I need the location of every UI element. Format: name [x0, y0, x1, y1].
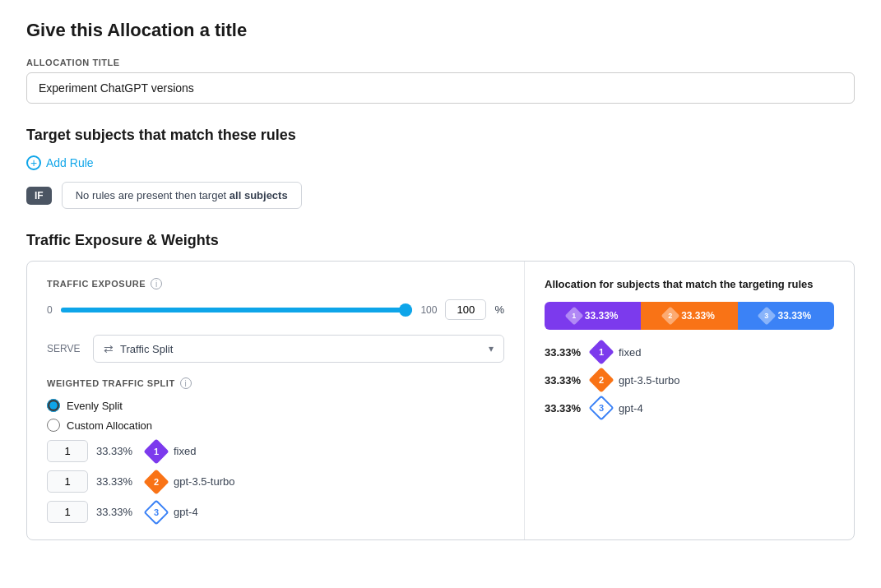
bar-id-2: 2 — [669, 312, 673, 320]
split-icon: ⇄ — [104, 342, 114, 355]
traffic-title: Traffic Exposure & Weights — [26, 232, 855, 249]
traffic-exposure-label: TRAFFIC EXPOSURE — [47, 279, 146, 289]
traffic-right-panel: Allocation for subjects that match the t… — [525, 262, 854, 539]
allocation-right-title: Allocation for subjects that match the t… — [545, 278, 834, 290]
custom-allocation-radio[interactable] — [47, 419, 60, 432]
weight-percent-2: 33.33% — [96, 475, 139, 488]
allocation-row-3: 33.33% 3 gpt-4 — [545, 399, 834, 417]
allocation-title-section: ALLOCATION TITLE — [26, 58, 855, 104]
allocation-title-label: ALLOCATION TITLE — [26, 58, 855, 67]
alloc-id-1: 1 — [599, 347, 604, 357]
evenly-split-label: Evenly Split — [67, 400, 123, 412]
weight-rows: 33.33% 1 fixed 33.33% 2 gpt-3.5-turbo — [47, 440, 504, 523]
weight-row-3: 33.33% 3 gpt-4 — [47, 501, 504, 523]
slider-thumb[interactable] — [399, 303, 412, 317]
weighted-label: WEIGHTED TRAFFIC SPLIT — [47, 378, 175, 388]
alloc-icon-2: 2 — [588, 367, 614, 392]
bar-label-2: 33.33% — [681, 310, 715, 322]
serve-dropdown-left: ⇄ Traffic Split — [104, 342, 173, 355]
variant-icon-3: 3 — [143, 499, 169, 525]
custom-allocation-row: Custom Allocation — [47, 419, 504, 432]
no-rules-message: No rules are present then target all sub… — [62, 182, 302, 209]
bar-segment-1: 1 33.33% — [545, 302, 641, 330]
alloc-name-3: gpt-4 — [619, 402, 643, 414]
alloc-icon-3: 3 — [588, 395, 614, 420]
custom-allocation-label: Custom Allocation — [67, 419, 152, 432]
bar-label-1: 33.33% — [585, 310, 619, 322]
alloc-percent-1: 33.33% — [545, 346, 584, 359]
slider-container[interactable] — [61, 308, 413, 313]
variant-id-2: 2 — [154, 477, 159, 487]
serve-label: SERVE — [47, 343, 83, 354]
alloc-id-3: 3 — [599, 403, 604, 413]
traffic-left-panel: TRAFFIC EXPOSURE i 0 100 % SERVE — [27, 262, 525, 539]
slider-row: 0 100 % — [47, 299, 504, 320]
weight-input-2[interactable] — [47, 470, 88, 493]
serve-row: SERVE ⇄ Traffic Split ▾ — [47, 335, 504, 363]
allocation-bar: 1 33.33% 2 33.33% 3 33.33% — [545, 302, 834, 330]
no-rules-text: No rules are present then target — [76, 189, 230, 201]
plus-icon: + — [26, 155, 41, 170]
weight-input-3[interactable] — [47, 501, 88, 523]
alloc-icon-1: 1 — [588, 339, 614, 364]
variant-id-1: 1 — [154, 447, 159, 456]
slider-value-input[interactable] — [445, 299, 486, 320]
weight-row-1: 33.33% 1 fixed — [47, 440, 504, 462]
variant-name-3: gpt-4 — [174, 506, 198, 518]
serve-value: Traffic Split — [120, 343, 173, 355]
allocation-row-1: 33.33% 1 fixed — [545, 343, 834, 361]
allocation-title-input[interactable] — [26, 72, 855, 104]
slider-max-label: 100 — [420, 304, 437, 316]
weight-percent-3: 33.33% — [96, 506, 139, 518]
weighted-header: WEIGHTED TRAFFIC SPLIT i — [47, 377, 504, 389]
evenly-split-radio[interactable] — [47, 399, 60, 412]
bar-id-3: 3 — [765, 312, 769, 320]
add-rule-label: Add Rule — [46, 156, 94, 169]
slider-min-label: 0 — [47, 304, 53, 316]
alloc-name-1: fixed — [619, 346, 641, 359]
if-badge: IF — [26, 187, 52, 205]
bar-label-3: 33.33% — [777, 310, 811, 322]
traffic-exposure-header: TRAFFIC EXPOSURE i — [47, 278, 504, 289]
no-rules-bold: all subjects — [230, 189, 288, 201]
page-title: Give this Allocation a title — [26, 20, 855, 41]
weight-row-2: 33.33% 2 gpt-3.5-turbo — [47, 470, 504, 493]
bar-id-1: 1 — [572, 312, 576, 320]
target-subjects-title: Target subjects that match these rules — [26, 127, 855, 144]
alloc-name-2: gpt-3.5-turbo — [619, 374, 679, 387]
weight-input-1[interactable] — [47, 440, 88, 462]
evenly-split-row: Evenly Split — [47, 399, 504, 412]
traffic-section: Traffic Exposure & Weights TRAFFIC EXPOS… — [26, 232, 855, 540]
alloc-percent-3: 33.33% — [545, 402, 584, 414]
slider-fill — [61, 308, 413, 313]
slider-percent-label: % — [494, 303, 504, 316]
weight-percent-1: 33.33% — [96, 445, 139, 457]
chevron-down-icon: ▾ — [489, 343, 494, 354]
allocation-row-2: 33.33% 2 gpt-3.5-turbo — [545, 371, 834, 389]
variant-icon-1: 1 — [143, 438, 169, 464]
weighted-info-icon[interactable]: i — [180, 377, 192, 389]
bar-diamond-1: 1 — [564, 307, 583, 326]
bar-segment-3: 3 33.33% — [738, 302, 834, 330]
traffic-panel: TRAFFIC EXPOSURE i 0 100 % SERVE — [26, 261, 855, 540]
bar-diamond-2: 2 — [661, 307, 680, 326]
bar-diamond-3: 3 — [758, 307, 777, 326]
serve-dropdown[interactable]: ⇄ Traffic Split ▾ — [93, 335, 504, 363]
rules-row: IF No rules are present then target all … — [26, 182, 855, 209]
bar-segment-2: 2 33.33% — [641, 302, 737, 330]
add-rule-button[interactable]: + Add Rule — [26, 155, 94, 170]
variant-id-3: 3 — [154, 507, 159, 517]
variant-name-1: fixed — [174, 445, 196, 457]
slider-track — [61, 308, 413, 313]
alloc-percent-2: 33.33% — [545, 374, 584, 387]
variant-name-2: gpt-3.5-turbo — [174, 475, 234, 488]
variant-icon-2: 2 — [143, 469, 169, 494]
traffic-exposure-info-icon[interactable]: i — [151, 278, 162, 289]
alloc-id-2: 2 — [599, 375, 604, 385]
